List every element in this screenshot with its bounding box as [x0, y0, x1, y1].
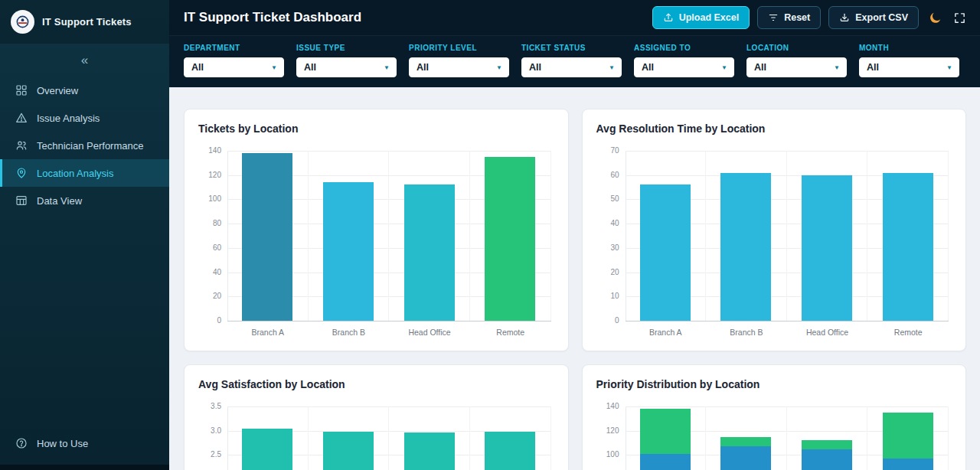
bar	[720, 173, 771, 321]
ticket-status-filter-select[interactable]: All ▼	[521, 57, 622, 77]
bar-slot	[470, 151, 551, 321]
theme-toggle-button[interactable]	[926, 9, 944, 27]
app-title: IT Support Tickets	[42, 16, 132, 28]
warning-icon	[15, 112, 28, 124]
chevron-down-icon: ▼	[609, 64, 615, 71]
upload-excel-button[interactable]: Upload Excel	[652, 6, 750, 29]
bar	[640, 184, 691, 321]
y-tick-label: 140	[208, 147, 221, 155]
chart-title: Priority Distribution by Location	[596, 378, 954, 390]
sidebar-item-location-analysis[interactable]: Location Analysis	[0, 159, 169, 187]
gridline	[626, 321, 949, 321]
bar	[404, 432, 455, 470]
issue-type-filter-select[interactable]: All ▼	[296, 57, 397, 77]
bar-segment	[640, 454, 691, 470]
priority-level-filter-select[interactable]: All ▼	[409, 57, 509, 77]
sidebar-item-label: Location Analysis	[37, 168, 113, 179]
y-tick-label: 60	[213, 244, 221, 252]
bar	[883, 173, 933, 321]
app-logo	[11, 10, 34, 34]
moon-icon	[928, 11, 942, 25]
y-tick-label: 2.5	[211, 451, 221, 459]
bar-segment	[883, 459, 933, 470]
chevron-down-icon: ▼	[496, 64, 502, 71]
filter-priority-level: PRIORITY LEVEL All ▼	[409, 44, 509, 77]
bar-slot	[706, 151, 787, 321]
pin-icon	[15, 167, 28, 179]
y-tick-label: 20	[610, 269, 619, 276]
month-filter-value: All	[867, 62, 879, 73]
y-tick-label: 100	[606, 451, 619, 459]
fullscreen-button[interactable]	[952, 10, 968, 26]
y-tick-label: 140	[606, 403, 619, 410]
chart-title: Avg Satisfaction by Location	[198, 378, 556, 390]
top-header: IT Support Ticket Dashboard Upload Excel…	[169, 0, 980, 35]
bar	[242, 429, 292, 470]
bar-slot	[227, 151, 309, 321]
sidebar-item-overview[interactable]: Overview	[0, 77, 169, 104]
sidebar-item-label: How to Use	[37, 438, 88, 449]
month-filter-select[interactable]: All ▼	[859, 57, 959, 77]
main-area: IT Support Ticket Dashboard Upload Excel…	[169, 0, 980, 470]
table-icon	[15, 194, 28, 207]
logo-mark-icon	[15, 15, 30, 29]
location-filter-value: All	[754, 62, 766, 73]
bar-slot	[787, 151, 868, 321]
bar-slot	[787, 406, 868, 470]
filter-bar: DEPARTMENT All ▼ ISSUE TYPE All ▼ PRIORI…	[169, 35, 980, 87]
filter-assigned-to-label: ASSIGNED TO	[634, 44, 734, 52]
filter-department: DEPARTMENT All ▼	[184, 44, 284, 77]
filter-issue-type: ISSUE TYPE All ▼	[296, 44, 397, 77]
department-filter-select[interactable]: All ▼	[184, 57, 284, 77]
card-tickets-by-location: Tickets by Location 020406080100120140Br…	[184, 109, 569, 351]
x-category-label: Remote	[470, 328, 551, 337]
filter-issue-type-label: ISSUE TYPE	[296, 44, 397, 52]
sidebar-collapse-button[interactable]: «	[81, 54, 88, 67]
filter-department-label: DEPARTMENT	[184, 44, 284, 52]
bar	[323, 182, 374, 321]
gridline	[227, 321, 551, 321]
sidebar-item-label: Technician Performance	[37, 140, 143, 152]
card-priority-distribution: Priority Distribution by Location 020406…	[582, 364, 967, 470]
bar	[323, 432, 374, 470]
sidebar-item-how-to-use[interactable]: How to Use	[0, 429, 169, 465]
sidebar-nav: Overview Issue Analysis Technician Perfo…	[0, 77, 169, 214]
avg-resolution-time-chart: 010203040506070Branch ABranch BHead Offi…	[595, 151, 954, 341]
issue-type-filter-value: All	[304, 62, 316, 73]
filter-assigned-to: ASSIGNED TO All ▼	[634, 44, 734, 77]
chart-title: Tickets by Location	[198, 122, 556, 135]
bar	[802, 440, 852, 470]
bar	[242, 153, 292, 321]
priority-level-filter-value: All	[416, 62, 429, 73]
upload-icon	[663, 12, 674, 23]
bar-slot	[470, 406, 551, 470]
download-icon	[839, 12, 850, 23]
app-brand: IT Support Tickets	[0, 0, 169, 44]
export-csv-button[interactable]: Export CSV	[828, 6, 919, 29]
sidebar-item-technician-performance[interactable]: Technician Performance	[0, 132, 169, 159]
y-tick-label: 40	[610, 220, 619, 227]
bar-slot	[227, 406, 309, 470]
card-avg-resolution-time: Avg Resolution Time by Location 01020304…	[582, 109, 967, 351]
x-category-label: Branch A	[626, 328, 707, 337]
bar-segment	[802, 449, 852, 470]
filter-ticket-status: TICKET STATUS All ▼	[521, 44, 622, 77]
sidebar-item-data-view[interactable]: Data View	[0, 187, 169, 214]
y-tick-label: 80	[213, 220, 221, 227]
y-tick-label: 0	[615, 317, 619, 325]
assigned-to-filter-select[interactable]: All ▼	[634, 57, 734, 77]
bar	[720, 437, 771, 470]
bar-slot	[867, 151, 949, 321]
export-csv-label: Export CSV	[855, 12, 908, 23]
sidebar-collapse-row: «	[0, 44, 169, 69]
sidebar-footer-edge	[0, 465, 169, 470]
bar-slot	[626, 151, 707, 321]
location-filter-select[interactable]: All ▼	[746, 57, 847, 77]
sidebar-item-issue-analysis[interactable]: Issue Analysis	[0, 104, 169, 132]
bar-slot	[309, 151, 390, 321]
bar	[640, 409, 691, 470]
header-actions: Upload Excel Reset Export CSV	[652, 6, 968, 29]
bar-segment	[640, 409, 691, 454]
reset-button[interactable]: Reset	[757, 6, 821, 29]
y-tick-label: 120	[606, 427, 619, 435]
